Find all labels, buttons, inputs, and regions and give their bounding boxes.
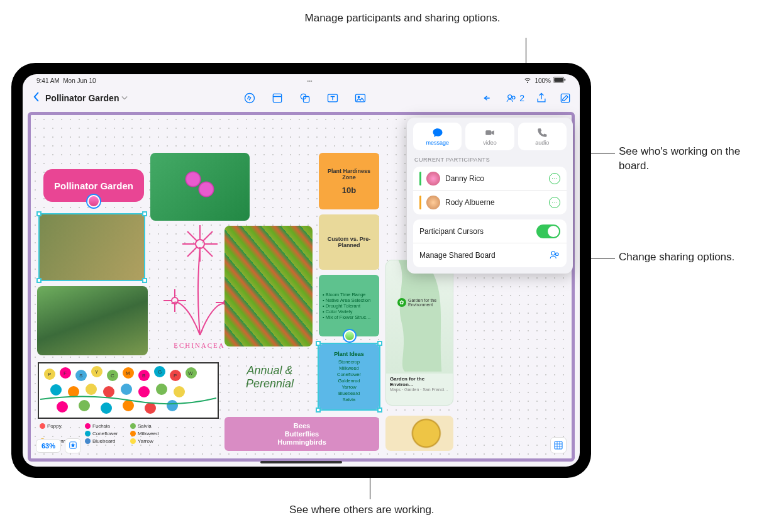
svg-point-40 bbox=[103, 386, 114, 397]
home-indicator bbox=[260, 461, 342, 463]
svg-point-52 bbox=[551, 251, 555, 255]
svg-point-42 bbox=[138, 386, 150, 397]
minimap-icon[interactable] bbox=[550, 437, 567, 453]
back-button[interactable] bbox=[30, 92, 43, 105]
svg-text:P: P bbox=[48, 372, 51, 377]
status-bar: 9:41 AM Mon Jun 10 ••• 100% bbox=[23, 74, 580, 87]
message-button[interactable]: message bbox=[413, 123, 462, 150]
selection-box[interactable]: Plant Ideas StonecropMilkweed Coneflower… bbox=[318, 343, 380, 411]
svg-rect-51 bbox=[485, 130, 491, 135]
presence-indicator bbox=[419, 196, 421, 209]
participant-settings: Participant Cursors Manage Shared Board bbox=[413, 219, 567, 267]
toolbar: Pollinator Garden 2 bbox=[23, 87, 580, 109]
zoom-controls: 63% bbox=[36, 438, 81, 453]
collaboration-icon bbox=[549, 249, 560, 262]
audio-button[interactable]: audio bbox=[518, 123, 567, 150]
participants-header: CURRENT PARTICIPANTS bbox=[414, 157, 565, 163]
participant-cursors-row[interactable]: Participant Cursors bbox=[413, 219, 567, 243]
board-title[interactable]: Pollinator Garden bbox=[45, 93, 119, 103]
participants-list: Danny Rico ⋯ Rody Albuerne ⋯ bbox=[413, 167, 567, 214]
image-card[interactable] bbox=[37, 286, 148, 355]
svg-rect-4 bbox=[273, 94, 281, 102]
wifi-icon bbox=[523, 76, 532, 85]
svg-point-37 bbox=[50, 384, 62, 396]
svg-point-9 bbox=[358, 96, 360, 98]
svg-point-41 bbox=[121, 384, 132, 395]
image-card[interactable] bbox=[224, 226, 313, 346]
image-card[interactable] bbox=[40, 214, 144, 280]
svg-rect-2 bbox=[564, 79, 565, 80]
freeform-canvas[interactable]: Pollinator Garden ECHINACEA bbox=[28, 112, 575, 462]
svg-point-46 bbox=[79, 400, 90, 411]
svg-point-39 bbox=[86, 384, 97, 395]
svg-point-13 bbox=[196, 240, 204, 248]
svg-text:Y: Y bbox=[95, 369, 99, 375]
sticky-note-icon[interactable] bbox=[270, 91, 284, 105]
participant-name: Rody Albuerne bbox=[445, 198, 544, 207]
callout-manage: Manage participants and sharing options. bbox=[302, 11, 503, 26]
status-right: 100% bbox=[523, 76, 566, 85]
callout-participants: See who's working on the board. bbox=[619, 145, 745, 174]
manage-shared-board-row[interactable]: Manage Shared Board bbox=[413, 243, 567, 267]
map-card[interactable]: ✿ Garden for the Environment Garden for … bbox=[385, 260, 453, 406]
svg-point-43 bbox=[156, 384, 167, 395]
svg-point-50 bbox=[167, 400, 178, 411]
map-pin-icon: ✿ bbox=[397, 298, 406, 307]
svg-point-48 bbox=[123, 400, 134, 411]
svg-point-44 bbox=[174, 386, 185, 397]
undo-icon[interactable] bbox=[482, 91, 496, 105]
svg-text:G: G bbox=[158, 369, 162, 375]
share-icon[interactable] bbox=[535, 91, 548, 105]
sticky-note-bees[interactable]: Bees Butterflies Hummingbirds bbox=[224, 417, 379, 451]
callout-sharing: Change sharing options. bbox=[619, 250, 745, 265]
chevron-down-icon[interactable] bbox=[121, 95, 128, 102]
svg-point-11 bbox=[512, 96, 516, 99]
video-button[interactable]: video bbox=[465, 123, 514, 150]
image-decor bbox=[175, 159, 219, 209]
pen-tool-icon[interactable] bbox=[243, 91, 257, 105]
sticky-note-custom[interactable]: Custom vs. Pre-Planned bbox=[319, 214, 379, 270]
svg-rect-55 bbox=[555, 441, 562, 449]
svg-point-47 bbox=[101, 402, 112, 414]
status-left: 9:41 AM Mon Jun 10 bbox=[36, 77, 96, 84]
screen: 9:41 AM Mon Jun 10 ••• 100% Pollinator G… bbox=[23, 74, 580, 467]
ipad-frame: 9:41 AM Mon Jun 10 ••• 100% Pollinator G… bbox=[11, 63, 591, 478]
svg-point-45 bbox=[57, 401, 68, 413]
zoom-level[interactable]: 63% bbox=[36, 439, 61, 453]
svg-text:B: B bbox=[142, 373, 145, 379]
compose-icon[interactable] bbox=[558, 91, 572, 105]
image-card[interactable] bbox=[385, 416, 453, 451]
svg-text:F: F bbox=[64, 370, 67, 376]
toolbar-right: 2 bbox=[482, 91, 572, 105]
svg-point-10 bbox=[508, 95, 512, 99]
participant-row[interactable]: Danny Rico ⋯ bbox=[413, 167, 567, 191]
sticky-note-ideas[interactable]: Plant Ideas StonecropMilkweed Coneflower… bbox=[319, 344, 379, 409]
sketch-plan[interactable]: P F S Y C M B G P W bbox=[37, 362, 219, 419]
handwriting-text[interactable]: Annual & Perennial bbox=[226, 364, 314, 391]
presence-indicator bbox=[419, 172, 421, 186]
sticky-note-hardiness[interactable]: Plant Hardiness Zone 10b bbox=[319, 153, 379, 209]
participant-cursor-avatar bbox=[87, 195, 100, 208]
participant-row[interactable]: Rody Albuerne ⋯ bbox=[413, 191, 567, 214]
svg-point-3 bbox=[245, 94, 254, 103]
participant-more-icon[interactable]: ⋯ bbox=[549, 197, 560, 208]
cursors-toggle[interactable] bbox=[536, 224, 560, 238]
svg-point-38 bbox=[68, 386, 79, 397]
map-subcaption: Maps · Garden · San Franci… bbox=[390, 387, 449, 392]
svg-point-49 bbox=[145, 402, 156, 414]
svg-text:P: P bbox=[174, 373, 177, 379]
svg-rect-1 bbox=[554, 78, 563, 82]
avatar bbox=[426, 172, 440, 186]
shapes-icon[interactable] bbox=[298, 91, 312, 105]
selection-box[interactable] bbox=[38, 213, 145, 281]
media-icon[interactable] bbox=[353, 91, 367, 105]
text-box-icon[interactable] bbox=[326, 91, 340, 105]
avatar bbox=[426, 196, 440, 209]
collaboration-button[interactable]: 2 bbox=[506, 92, 524, 104]
participant-name: Danny Rico bbox=[445, 174, 544, 183]
callout-where-working: See where others are working. bbox=[289, 503, 435, 518]
participant-more-icon[interactable]: ⋯ bbox=[549, 173, 560, 184]
favorites-icon[interactable] bbox=[65, 438, 81, 453]
participants-popover: message video audio CURRENT PARTICIPANTS bbox=[407, 118, 573, 274]
sticky-note-bloom[interactable]: • Bloom Time Range • Native Area Selecti… bbox=[319, 275, 379, 336]
